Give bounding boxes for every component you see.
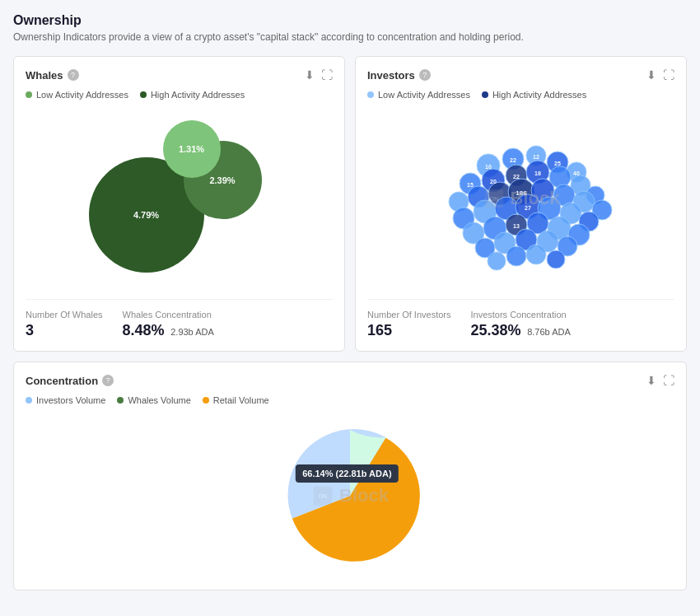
investors-card-header: Investors ? ⬇ ⛶	[367, 68, 674, 82]
svg-text:27: 27	[525, 205, 531, 211]
whales-download-icon[interactable]: ⬇	[305, 68, 315, 82]
svg-point-44	[526, 245, 546, 264]
svg-text:13: 13	[513, 223, 520, 229]
whales-info-icon[interactable]: ?	[68, 69, 79, 81]
whales-concentration-amount: 2.93b ADA	[170, 327, 214, 337]
investors-legend-high: High Activity Addresses	[482, 90, 586, 100]
investors-count-label: Number Of Investors	[367, 310, 450, 320]
whales-card: Whales ? ⬇ ⛶ Low Activity Addresses High…	[13, 56, 345, 352]
whales-actions: ⬇ ⛶	[305, 68, 333, 82]
whales-card-header: Whales ? ⬇ ⛶	[26, 68, 333, 82]
concentration-retail-dot	[203, 397, 209, 404]
page-title: Ownership	[13, 13, 687, 28]
whales-low-label: Low Activity Addresses	[36, 90, 128, 100]
investors-count-group: Number Of Investors 165	[367, 310, 450, 339]
svg-text:22: 22	[513, 174, 520, 180]
whales-legend: Low Activity Addresses High Activity Add…	[26, 90, 333, 100]
investors-info-icon[interactable]: ?	[419, 69, 431, 81]
whales-legend-low: Low Activity Addresses	[26, 90, 128, 100]
concentration-expand-icon[interactable]: ⛶	[663, 374, 674, 387]
whales-title: Whales	[26, 69, 63, 82]
top-row: Whales ? ⬇ ⛶ Low Activity Addresses High…	[13, 56, 687, 352]
investors-stats-row: Number Of Investors 165 Investors Concen…	[367, 299, 674, 339]
investors-title-group: Investors ?	[367, 69, 431, 82]
concentration-info-icon[interactable]: ?	[102, 375, 114, 386]
concentration-card-header: Concentration ? ⬇ ⛶	[26, 374, 674, 387]
concentration-whales-label: Whales Volume	[128, 395, 190, 405]
investors-concentration-amount: 8.76b ADA	[527, 327, 571, 337]
concentration-retail-label: Retail Volume	[213, 395, 269, 405]
investors-legend-low: Low Activity Addresses	[367, 90, 470, 100]
whales-concentration-label: Whales Concentration	[123, 310, 214, 320]
investors-low-dot	[367, 91, 374, 98]
whales-expand-icon[interactable]: ⛶	[321, 68, 333, 82]
investors-expand-icon[interactable]: ⛶	[663, 68, 674, 82]
svg-text:40: 40	[573, 170, 580, 176]
concentration-investors-label: Investors Volume	[36, 395, 105, 405]
page-container: Ownership Ownership Indicators provide a…	[0, 0, 700, 604]
whales-concentration-percent: 8.48%	[123, 322, 165, 338]
svg-text:25: 25	[554, 161, 561, 166]
concentration-legend-retail: Retail Volume	[203, 395, 269, 405]
svg-text:22: 22	[510, 157, 516, 163]
whales-count-label: Number Of Whales	[26, 310, 103, 320]
concentration-download-icon[interactable]: ⬇	[646, 374, 656, 387]
whales-chart-area: ON Block 4.79% 2.39% 1.31%	[26, 108, 333, 289]
investors-actions: ⬇ ⛶	[646, 68, 674, 82]
concentration-actions: ⬇ ⛶	[646, 374, 674, 387]
investors-bubble-chart: 10 22 12 25 40 15 20 22 18 186 27 13	[406, 116, 637, 281]
whales-low-dot	[26, 91, 32, 98]
page-subtitle: Ownership Indicators provide a view of a…	[13, 31, 687, 43]
whales-concentration-group: Whales Concentration 8.48% 2.93b ADA	[123, 310, 214, 339]
svg-point-42	[488, 252, 506, 270]
investors-legend: Low Activity Addresses High Activity Add…	[367, 90, 674, 100]
investors-concentration-value: 25.38% 8.76b ADA	[470, 322, 570, 339]
concentration-chart-area: ON Block 66	[26, 413, 674, 578]
investors-download-icon[interactable]: ⬇	[646, 68, 656, 82]
whales-count-group: Number Of Whales 3	[26, 310, 103, 339]
concentration-legend-whales: Whales Volume	[117, 395, 190, 405]
investors-high-label: High Activity Addresses	[492, 90, 586, 100]
pie-container: 66.14% (22.81b ADA)	[276, 422, 424, 570]
svg-point-45	[547, 250, 565, 268]
svg-text:10: 10	[485, 164, 492, 170]
whales-bubbles: 4.79% 2.39% 1.31%	[72, 116, 287, 281]
investors-high-dot	[482, 91, 488, 98]
investors-concentration-percent: 25.38%	[470, 322, 520, 338]
whale-bubble-medium-label: 2.39%	[209, 175, 235, 185]
concentration-pie-chart	[276, 422, 424, 570]
whales-concentration-value: 8.48% 2.93b ADA	[123, 322, 214, 339]
svg-text:186: 186	[516, 189, 527, 197]
whales-high-dot	[140, 91, 147, 98]
whale-bubble-small: 1.31%	[163, 120, 221, 178]
whales-stats-row: Number Of Whales 3 Whales Concentration …	[26, 299, 333, 339]
svg-text:12: 12	[533, 154, 539, 160]
whales-title-group: Whales ?	[26, 69, 79, 82]
concentration-investors-dot	[26, 397, 32, 404]
svg-text:18: 18	[534, 170, 541, 176]
concentration-title: Concentration	[26, 375, 98, 387]
concentration-title-group: Concentration ?	[26, 375, 114, 387]
whales-high-label: High Activity Addresses	[151, 90, 245, 100]
investors-count-value: 165	[367, 322, 450, 339]
investors-card: Investors ? ⬇ ⛶ Low Activity Addresses H…	[355, 56, 687, 352]
whales-count-value: 3	[26, 322, 103, 339]
pie-tooltip: 66.14% (22.81b ADA)	[296, 464, 398, 483]
concentration-legend: Investors Volume Whales Volume Retail Vo…	[26, 395, 674, 405]
investors-concentration-group: Investors Concentration 25.38% 8.76b ADA	[470, 310, 570, 339]
svg-point-43	[506, 246, 526, 266]
svg-text:15: 15	[467, 182, 474, 188]
concentration-card: Concentration ? ⬇ ⛶ Investors Volume Wha…	[13, 362, 687, 590]
concentration-legend-investors: Investors Volume	[26, 395, 105, 405]
investors-concentration-label: Investors Concentration	[470, 310, 570, 320]
concentration-whales-dot	[117, 397, 124, 404]
investors-chart-area: ON Block	[367, 108, 674, 289]
investors-low-label: Low Activity Addresses	[378, 90, 470, 100]
whales-legend-high: High Activity Addresses	[140, 90, 245, 100]
whale-bubble-large-label: 4.79%	[133, 210, 159, 220]
whale-bubble-small-label: 1.31%	[179, 144, 204, 154]
svg-text:20: 20	[490, 179, 497, 184]
investors-title: Investors	[367, 69, 415, 82]
